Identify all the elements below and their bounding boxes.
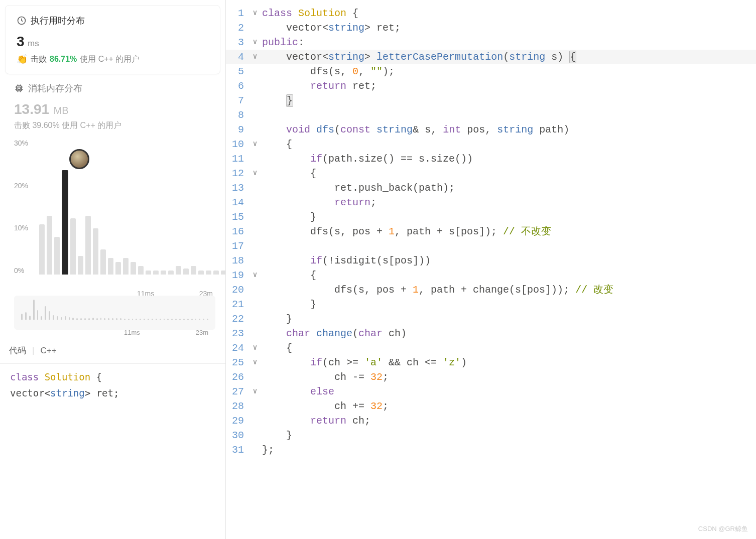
code-text[interactable]: ch -= 32; — [262, 370, 756, 384]
code-line[interactable]: 12∨ { — [226, 166, 756, 181]
chart-bar[interactable] — [47, 216, 52, 275]
code-line[interactable]: 18 if(!isdigit(s[pos])) — [226, 253, 756, 268]
code-text[interactable]: } — [262, 297, 756, 312]
code-line[interactable]: 16 dfs(s, pos + 1, path + s[pos]); // 不改… — [226, 224, 756, 239]
code-text[interactable]: if(ch >= 'a' && ch <= 'z') — [262, 355, 756, 370]
chart-bar[interactable] — [168, 271, 174, 275]
code-line[interactable]: 5 dfs(s, 0, ""); — [226, 64, 756, 79]
code-tab-label[interactable]: 代码 — [9, 345, 26, 356]
code-text[interactable]: ch += 32; — [262, 399, 756, 414]
fold-toggle-icon[interactable]: ∨ — [248, 341, 262, 355]
chart-bar[interactable] — [123, 258, 129, 275]
code-line[interactable]: 24∨ { — [226, 341, 756, 355]
code-line[interactable]: 31}; — [226, 443, 756, 457]
code-line[interactable]: 23 char change(char ch) — [226, 326, 756, 341]
code-line[interactable]: 28 ch += 32; — [226, 399, 756, 414]
chart-bar[interactable] — [213, 271, 219, 275]
chart-bar[interactable] — [100, 249, 106, 275]
chart-bar[interactable] — [146, 271, 151, 275]
code-text[interactable]: return; — [262, 195, 756, 210]
chart-bar[interactable] — [198, 271, 204, 275]
code-text[interactable]: char change(char ch) — [262, 326, 756, 341]
code-text[interactable]: dfs(s, 0, ""); — [262, 64, 756, 79]
code-text[interactable]: public: — [262, 35, 756, 50]
code-text[interactable]: { — [262, 341, 756, 355]
code-text[interactable]: void dfs(const string& s, int pos, strin… — [262, 122, 756, 137]
code-text[interactable]: } — [262, 312, 756, 326]
chart-bar[interactable] — [183, 268, 189, 275]
chart-bar[interactable] — [191, 266, 196, 275]
code-language-label[interactable]: C++ — [40, 346, 56, 356]
code-text[interactable]: return ret; — [262, 79, 756, 93]
code-line[interactable]: 27∨ else — [226, 384, 756, 399]
code-line[interactable]: 25∨ if(ch >= 'a' && ch <= 'z') — [226, 355, 756, 370]
fold-toggle-icon[interactable]: ∨ — [248, 166, 262, 181]
code-line[interactable]: 3∨public: — [226, 35, 756, 50]
chart-bar[interactable] — [153, 271, 159, 275]
code-line[interactable]: 9 void dfs(const string& s, int pos, str… — [226, 122, 756, 137]
fold-toggle-icon[interactable]: ∨ — [248, 50, 262, 64]
code-line[interactable]: 29 return ch; — [226, 414, 756, 428]
code-line[interactable]: 22 } — [226, 312, 756, 326]
chart-bar[interactable] — [138, 266, 144, 275]
chart-bar[interactable] — [78, 256, 83, 275]
chart-overview-strip[interactable]: 11ms 23m — [14, 296, 215, 330]
code-line[interactable]: 7 } — [226, 93, 756, 108]
code-line[interactable]: 4∨ vector<string> letterCasePermutation(… — [226, 50, 756, 64]
code-text[interactable]: dfs(s, pos + 1, path + change(s[pos])); … — [262, 283, 756, 297]
chart-bar[interactable] — [131, 262, 136, 275]
code-text[interactable]: } — [262, 428, 756, 443]
chart-bar[interactable] — [176, 266, 181, 275]
chart-bar[interactable] — [221, 271, 226, 275]
code-line[interactable]: 10∨ { — [226, 137, 756, 152]
code-text[interactable]: if(path.size() == s.size()) — [262, 152, 756, 166]
code-line[interactable]: 2 vector<string> ret; — [226, 21, 756, 35]
code-text[interactable]: { — [262, 137, 756, 152]
chart-bar[interactable] — [108, 258, 113, 275]
chart-bar[interactable] — [161, 271, 166, 275]
chart-bar[interactable] — [93, 228, 98, 275]
fold-toggle-icon[interactable]: ∨ — [248, 35, 262, 50]
code-line[interactable]: 20 dfs(s, pos + 1, path + change(s[pos])… — [226, 283, 756, 297]
code-text[interactable]: { — [262, 268, 756, 283]
code-line[interactable]: 30 } — [226, 428, 756, 443]
chart-bar[interactable] — [39, 224, 45, 275]
chart-bar[interactable] — [54, 237, 60, 275]
fold-toggle-icon[interactable]: ∨ — [248, 384, 262, 399]
fold-toggle-icon[interactable]: ∨ — [248, 137, 262, 152]
code-text[interactable]: class Solution { — [262, 6, 756, 21]
chart-bar[interactable] — [70, 218, 76, 275]
chart-bar[interactable] — [206, 271, 211, 275]
code-text[interactable]: vector<string> ret; — [262, 21, 756, 35]
code-text[interactable]: { — [262, 166, 756, 181]
code-line[interactable]: 8 — [226, 108, 756, 122]
code-line[interactable]: 26 ch -= 32; — [226, 370, 756, 384]
chart-bar[interactable] — [115, 262, 121, 275]
code-line[interactable]: 14 return; — [226, 195, 756, 210]
code-line[interactable]: 1∨class Solution { — [226, 6, 756, 21]
code-text[interactable] — [262, 239, 756, 253]
chart-bar[interactable] — [85, 216, 91, 275]
code-text[interactable]: } — [262, 210, 756, 224]
code-text[interactable]: } — [262, 93, 756, 108]
code-text[interactable] — [262, 108, 756, 122]
fold-toggle-icon[interactable]: ∨ — [248, 355, 262, 370]
code-line[interactable]: 11 if(path.size() == s.size()) — [226, 152, 756, 166]
code-text[interactable]: ret.push_back(path); — [262, 181, 756, 195]
fold-toggle-icon[interactable]: ∨ — [248, 6, 262, 21]
code-text[interactable]: else — [262, 384, 756, 399]
code-line[interactable]: 15 } — [226, 210, 756, 224]
runtime-distribution-chart[interactable]: 30% 20% 10% 0% 11ms 23m — [14, 139, 215, 290]
code-text[interactable]: }; — [262, 443, 756, 457]
code-text[interactable]: if(!isdigit(s[pos])) — [262, 253, 756, 268]
code-line[interactable]: 19∨ { — [226, 268, 756, 283]
code-line[interactable]: 13 ret.push_back(path); — [226, 181, 756, 195]
code-text[interactable]: dfs(s, pos + 1, path + s[pos]); // 不改变 — [262, 224, 756, 239]
code-editor[interactable]: 1∨class Solution {2 vector<string> ret;3… — [226, 0, 756, 539]
code-line[interactable]: 21 } — [226, 297, 756, 312]
fold-toggle-icon[interactable]: ∨ — [248, 268, 262, 283]
code-line[interactable]: 6 return ret; — [226, 79, 756, 93]
chart-bar[interactable] — [62, 170, 68, 275]
code-text[interactable]: vector<string> letterCasePermutation(str… — [262, 50, 756, 64]
code-text[interactable]: return ch; — [262, 414, 756, 428]
